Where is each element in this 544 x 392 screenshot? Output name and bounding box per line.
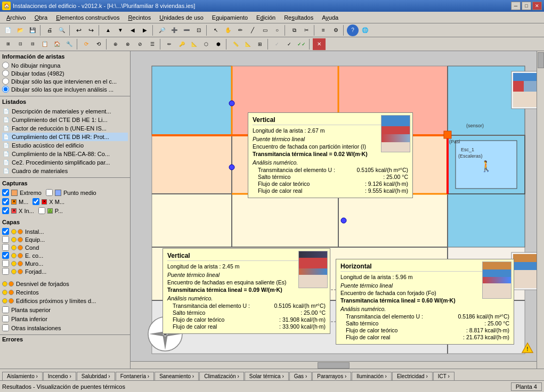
tab-pararrayos[interactable]: Pararrayos › [312,372,351,380]
t2-btn23[interactable]: ✓✓ [296,38,307,50]
menu-resultados[interactable]: Resultados [280,13,318,22]
menu-unidades[interactable]: Unidades de uso [155,13,208,22]
t2-red-btn[interactable]: ✕ [313,38,326,50]
t2-btn14[interactable]: 🔑 [176,38,188,50]
tab-incendio[interactable]: Incendio › [43,372,76,380]
layer-instal[interactable]: Instal... [2,227,128,235]
cb-desnivel[interactable]: Desnivel de forjados [2,280,128,288]
delete-btn[interactable]: ✂ [301,24,312,36]
t2-btn1[interactable]: ⊞ [2,38,14,50]
t2-btn17[interactable]: ⬢ [213,38,224,50]
close-button[interactable]: ✕ [532,2,542,10]
tab-saneamiento[interactable]: Saneamiento › [155,372,199,380]
list-item-2[interactable]: 📄 Factor de reducción b (UNE-EN IS... [2,124,128,133]
props-btn[interactable]: ⚙ [330,24,342,36]
zoom-fit-btn[interactable]: ⊡ [193,24,205,36]
radio-dibujar-todas[interactable]: Dibujar todas (4982) [2,70,128,77]
save-button[interactable]: 💾 [27,24,38,36]
minimize-button[interactable]: ─ [511,2,521,10]
t2-btn15[interactable]: 📐 [188,38,200,50]
t2-btn13[interactable]: ✏ [164,38,175,50]
list-item-4[interactable]: 📄 Estudio acústico del edificio [2,141,128,150]
t2-btn16[interactable]: ⬡ [200,38,212,50]
undo-button[interactable]: ↩ [73,24,85,36]
line-btn[interactable]: ╱ [247,24,258,36]
layer-muro[interactable]: Muro... [2,259,128,267]
t2-btn2[interactable]: ⊡ [14,38,26,50]
t2-btn12[interactable]: ☰ [147,38,158,50]
t2-btn11[interactable]: ⊘ [134,38,146,50]
tab-iluminacion[interactable]: Iluminación › [352,372,392,380]
radio-dibujar-solo[interactable]: Dibujar sólo las que intervienen en el c… [2,78,128,85]
layer-forjad[interactable]: Forjad... [2,267,128,275]
t2-btn8[interactable]: ⟲ [93,38,104,50]
cb-recintos[interactable]: Recintos [2,288,128,297]
print-button[interactable]: 🖨 [44,24,55,36]
list-item-7[interactable]: 📄 Cuadro de materiales [2,167,128,175]
menu-recintos[interactable]: Recintos [124,13,155,22]
arrow-dn-btn[interactable]: ▼ [115,24,126,36]
capture-2[interactable]: ✕ M... [2,198,28,206]
menu-obra[interactable]: Obra [30,13,52,22]
capture-5[interactable]: △ P... [38,207,63,215]
pan-btn[interactable]: ✋ [222,24,234,36]
copy-btn[interactable]: ⧉ [288,24,300,36]
maximize-button[interactable]: □ [522,2,531,10]
list-item-3[interactable]: 📄 Cumplimiento del CTE DB HR: Prot... [2,133,128,141]
t2-btn5[interactable]: 🏠 [51,38,63,50]
layer-cond[interactable]: Cond [2,243,128,251]
new-button[interactable]: 📄 [2,24,14,36]
list-item-1[interactable]: 📄 Cumplimiento del CTE DB HE 1: Li... [2,116,128,124]
t2-btn18[interactable]: 📏 [230,38,241,50]
layer-eco[interactable]: E. co... [2,251,128,259]
arrow-up-btn[interactable]: ▲ [102,24,114,36]
tab-gas[interactable]: Gas › [289,372,312,380]
t2-btn9[interactable]: ⊕ [110,38,121,50]
arrow-r-btn[interactable]: ▶ [139,24,151,36]
tab-salubridad[interactable]: Salubridad › [77,372,115,380]
t2-btn6[interactable]: 🔧 [63,38,75,50]
t2-btn21[interactable]: ✓ [271,38,283,50]
capture-4[interactable]: ✕ X In... [2,207,34,215]
t2-btn4[interactable]: 📋 [39,38,51,50]
layer-equip[interactable]: Equip... [2,235,128,243]
tab-ict[interactable]: ICT › [433,372,454,380]
preview-button[interactable]: 🔍 [56,24,68,36]
redo-button[interactable]: ↪ [85,24,97,36]
capture-0[interactable]: Extremo [2,189,42,197]
tab-solar[interactable]: Solar térmica › [245,372,289,380]
menu-elementos[interactable]: Elementos constructivos [52,13,124,22]
zoom-in-btn[interactable]: ➕ [168,24,180,36]
capture-3[interactable]: ✕ X M... [33,198,64,206]
menu-ayuda[interactable]: Ayuda [318,13,343,22]
t2-btn20[interactable]: ⊞ [254,38,266,50]
cb-otras-inst[interactable]: Otras instalaciones [2,323,128,332]
arrow-l-btn[interactable]: ◀ [127,24,139,36]
tab-fontaneria[interactable]: Fontanería › [116,372,154,380]
list-item-6[interactable]: 📄 Ce2. Procedimiento simplificado par... [2,158,128,167]
scroll-horizontal[interactable] [131,361,537,369]
circle-btn[interactable]: ○ [271,24,283,36]
rect-btn[interactable]: ▭ [259,24,271,36]
t2-btn10[interactable]: ⊗ [122,38,134,50]
zoom-out-btn[interactable]: ➖ [181,24,192,36]
tab-climatizacion[interactable]: Climatización › [199,372,244,380]
help-btn[interactable]: ? [347,24,359,36]
t2-btn3[interactable]: ⊟ [27,38,38,50]
open-button[interactable]: 📂 [14,24,26,36]
canvas-area[interactable]: 🚶 (sensor) (Pasi [131,51,544,369]
radio-no-dibujar[interactable]: No dibujar ninguna [2,62,128,69]
menu-archivo[interactable]: Archivo [2,13,30,22]
select-btn[interactable]: ↖ [210,24,222,36]
list-item-5[interactable]: 📄 Cumplimiento de la NBE-CA-88: Co... [2,150,128,158]
tab-electricidad[interactable]: Electricidad › [392,372,433,380]
cb-planta-sup[interactable]: Planta superior [2,305,128,314]
cb-edificios[interactable]: Edificios próximos y límites d... [2,297,128,305]
pencil-btn[interactable]: ✏ [234,24,246,36]
t2-btn22[interactable]: ✓ [283,38,295,50]
zoom-btn[interactable]: 🔎 [156,24,168,36]
scroll-vertical[interactable] [537,51,544,369]
web-btn[interactable]: 🌐 [359,24,371,36]
t2-btn19[interactable]: 📐 [242,38,254,50]
radio-incluyen[interactable]: Dibujar sólo las que incluyen análisis .… [2,86,128,93]
